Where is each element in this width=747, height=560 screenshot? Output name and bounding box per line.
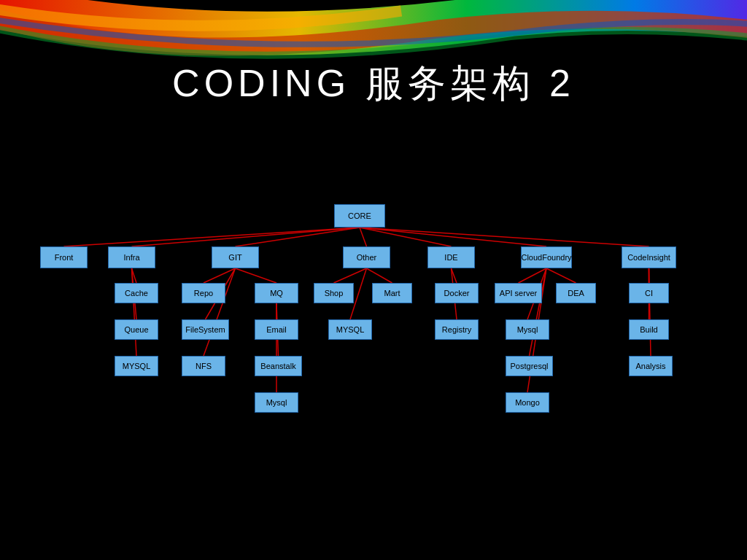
svg-line-22: [519, 268, 547, 283]
node-mysql_cf: Mysql: [506, 319, 549, 340]
node-ci: CI: [629, 283, 669, 303]
node-core: CORE: [334, 204, 385, 228]
node-mysql_infra: MYSQL: [115, 356, 158, 376]
node-email: Email: [255, 319, 298, 340]
node-docker: Docker: [435, 283, 479, 303]
svg-line-23: [546, 268, 576, 283]
svg-line-10: [204, 268, 236, 283]
svg-line-9: [132, 268, 137, 356]
node-mart: Mart: [372, 283, 412, 303]
node-repo: Repo: [182, 283, 225, 303]
svg-line-0: [64, 228, 360, 246]
svg-line-25: [530, 268, 547, 356]
node-cache: Cache: [115, 283, 158, 303]
page-title: CODING 服务架构 2: [0, 58, 747, 109]
node-mysql_other: MYSQL: [328, 319, 372, 340]
node-shop: Shop: [314, 283, 354, 303]
node-queue: Queue: [115, 319, 158, 340]
node-nfs: NFS: [182, 356, 225, 376]
node-dea: DEA: [556, 283, 596, 303]
svg-line-1: [132, 228, 360, 246]
svg-line-3: [360, 228, 367, 246]
tree-diagram: COREFrontInfraCacheQueueMYSQLGITRepoFile…: [0, 168, 747, 560]
node-codeinsight: CodeInsight: [622, 246, 676, 268]
svg-line-29: [649, 268, 651, 356]
node-mq: MQ: [255, 283, 298, 303]
node-postgresql: Postgresql: [506, 356, 553, 376]
node-registry: Registry: [435, 319, 479, 340]
node-other: Other: [343, 246, 390, 268]
node-infra: Infra: [108, 246, 155, 268]
svg-line-13: [236, 268, 277, 283]
svg-line-2: [236, 228, 360, 246]
svg-line-7: [132, 268, 137, 283]
node-cloudfoundry: CloudFoundry: [521, 246, 572, 268]
svg-line-20: [452, 268, 457, 283]
node-front: Front: [40, 246, 88, 268]
node-apiserver: API server: [495, 283, 542, 303]
svg-line-17: [334, 268, 367, 283]
node-git: GIT: [212, 246, 259, 268]
svg-line-4: [360, 228, 452, 246]
node-mongo: Mongo: [506, 392, 549, 413]
node-mysql_mq: Mysql: [255, 392, 298, 413]
node-build: Build: [629, 319, 669, 340]
svg-line-12: [204, 268, 236, 356]
svg-line-5: [360, 228, 546, 246]
node-beanstalk: Beanstalk: [255, 356, 302, 376]
node-ide: IDE: [427, 246, 475, 268]
node-analysis: Analysis: [629, 356, 673, 376]
svg-line-18: [367, 268, 392, 283]
node-filesystem: FileSystem: [182, 319, 229, 340]
svg-line-6: [360, 228, 649, 246]
